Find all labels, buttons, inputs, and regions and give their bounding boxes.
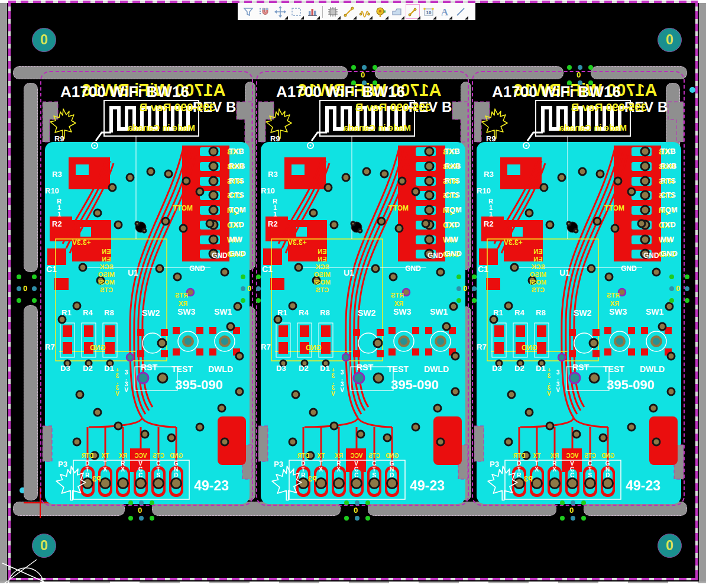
silk-pin-mirrored: MOSI	[309, 279, 335, 286]
silk-label: P3	[274, 460, 283, 468]
breakout-drill-dot	[560, 500, 565, 505]
breakout-drill-dot	[32, 286, 37, 291]
silk-label: R2	[52, 220, 62, 228]
component-icon[interactable]	[325, 4, 341, 20]
cam-workspace: 10 A 0 0 0 0 F F	[0, 0, 706, 588]
breakout-drill-dot	[344, 500, 349, 505]
silk-pin-mirrored: MOSI	[525, 279, 551, 286]
measure-icon[interactable]: 10	[421, 4, 436, 20]
pin-label: TX	[102, 460, 108, 472]
breakout-drill-dot	[456, 286, 461, 291]
pcb-board[interactable]: A1700 WiFi BW16 A1700 WiFi BW16 REV B 39…	[256, 71, 469, 506]
histogram-icon[interactable]	[305, 4, 320, 20]
magnet-icon[interactable]	[257, 4, 272, 20]
drill-origin-marker	[0, 558, 65, 588]
silk-origin-mirrored: Made in Canada	[327, 123, 428, 132]
silk-label: R9	[54, 135, 64, 143]
film-margin-left	[0, 3, 7, 581]
silk-label-mirrored: GND	[306, 344, 322, 351]
svg-text:10: 10	[426, 9, 432, 15]
pin-label-mirrored: VCC	[347, 453, 366, 459]
polygon-icon[interactable]	[389, 4, 404, 20]
marquee-select-icon[interactable]	[289, 4, 304, 20]
silk-part-number: 395-090	[607, 379, 655, 392]
pcb-board[interactable]: A1700 WiFi BW16 A1700 WiFi BW16 REV B 39…	[472, 71, 685, 506]
breakout-drill-dot	[578, 65, 582, 70]
silk-pin-mirrored: EN	[93, 248, 119, 255]
track-icon[interactable]	[405, 4, 420, 20]
silk-label: GND	[212, 252, 228, 259]
text-icon[interactable]: A	[437, 4, 452, 20]
filter-icon[interactable]	[241, 4, 256, 20]
silk-label-mirrored: RTS	[607, 292, 620, 299]
breakout-drill-dot	[456, 274, 461, 279]
tooling-hole-label: 0	[40, 538, 48, 554]
mouse-bite-tab: 0	[341, 498, 371, 522]
pin-label-mirrored: VCC	[563, 453, 582, 459]
silk-label-mirrored: RTS	[391, 292, 404, 299]
breakout-drill-dot	[17, 274, 21, 279]
silk-label: R2	[484, 220, 494, 228]
pin-label-mirrored: RX	[114, 453, 132, 459]
line-icon[interactable]	[453, 4, 468, 20]
silk-label: RST	[572, 363, 589, 371]
silk-label-mirrored: GND	[522, 344, 537, 351]
pin-label: RXB	[660, 162, 676, 170]
silk-origin-mirrored: Made in Canada	[111, 123, 212, 132]
panel-rail	[24, 305, 38, 500]
silk-pin-mirrored: EN	[309, 256, 335, 263]
breakout-drill-dot	[32, 274, 37, 279]
meander-icon[interactable]	[357, 4, 373, 20]
pin-label: CTS	[587, 460, 592, 478]
breakout-drill-dot	[685, 298, 689, 303]
pin-label: RTS	[445, 177, 460, 185]
pin-label: TX	[533, 460, 539, 472]
pin-label: CTS	[445, 191, 460, 199]
silk-pin-mirrored: MOSI	[93, 279, 119, 286]
silk-label: SW2	[142, 309, 160, 317]
pin-label-mirrored: TX	[527, 453, 546, 459]
silk-label-mirrored: RTS	[175, 292, 188, 299]
silk-label: D3	[276, 364, 286, 372]
tab-zero-mark: 0	[361, 70, 365, 79]
pcb-board[interactable]: A1700 WiFi BW16 A1700 WiFi BW16 REV B 39…	[40, 71, 253, 506]
tab-zero-mark: 0	[463, 284, 467, 293]
pin-label: VCC	[137, 460, 143, 478]
route-icon[interactable]	[341, 4, 357, 20]
pin-label: DTR	[84, 460, 90, 478]
tooling-hole: 0	[32, 28, 56, 52]
silk-pin-mirrored: CTS	[93, 287, 119, 293]
pin-label: CTS	[660, 191, 676, 199]
breakout-drill-dot	[150, 500, 154, 505]
via-icon[interactable]	[373, 4, 388, 20]
silk-label-mirrored: P3	[308, 476, 317, 483]
pin-label: GND	[173, 460, 179, 478]
pin-label-mirrored: DTR	[294, 453, 313, 459]
silk-label: D1	[320, 364, 330, 372]
move-icon[interactable]	[273, 4, 288, 20]
silk-label-mirrored: RX	[179, 301, 187, 307]
toolbar-separator	[322, 6, 323, 18]
pin-label: CTS	[371, 460, 377, 478]
silk-label: SW3	[393, 308, 411, 316]
silk-pin-mirrored: EN	[309, 248, 335, 255]
silk-label: R3	[52, 170, 62, 178]
silk-label: DWLD	[208, 365, 233, 373]
silk-label: GND	[189, 265, 205, 272]
pin-label: MW	[660, 235, 674, 243]
breakout-drill-dot	[139, 516, 144, 521]
silk-label: GND	[621, 265, 637, 272]
silk-pin-mirrored: SCK	[93, 264, 119, 270]
silk-label-mirrored: +3.3V	[115, 367, 121, 396]
silk-label: D2	[83, 364, 93, 372]
pin-label: RXB	[445, 162, 461, 170]
pin-label: TQM	[445, 206, 462, 214]
film-border-right	[695, 3, 698, 578]
silk-pin-mirrored: SCK	[309, 264, 335, 270]
breakout-drill-dot	[241, 274, 245, 279]
pin-label-mirrored: VCC	[131, 453, 150, 459]
pcb-artwork	[473, 72, 686, 507]
pin-label: TXB	[660, 147, 676, 155]
pin-label-mirrored: DTR	[78, 453, 97, 459]
silk-date-code: 49-23	[626, 479, 660, 493]
